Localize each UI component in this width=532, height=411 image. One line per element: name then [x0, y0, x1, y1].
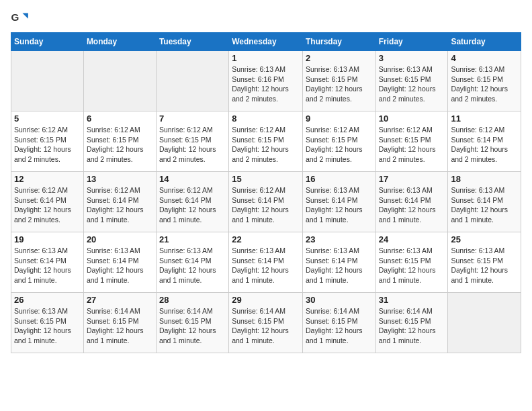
- day-info: Sunrise: 6:12 AM Sunset: 6:14 PM Dayligh…: [451, 125, 518, 165]
- day-info: Sunrise: 6:13 AM Sunset: 6:15 PM Dayligh…: [451, 246, 518, 285]
- calendar-week-row: 26Sunrise: 6:13 AM Sunset: 6:15 PM Dayli…: [11, 293, 521, 353]
- day-info: Sunrise: 6:12 AM Sunset: 6:15 PM Dayligh…: [232, 125, 300, 165]
- day-info: Sunrise: 6:13 AM Sunset: 6:14 PM Dayligh…: [159, 246, 226, 285]
- day-number: 4: [451, 53, 518, 63]
- calendar-cell: 27Sunrise: 6:14 AM Sunset: 6:15 PM Dayli…: [83, 293, 156, 353]
- day-number: 30: [306, 295, 373, 305]
- day-number: 9: [306, 113, 373, 124]
- calendar-cell: 10Sunrise: 6:12 AM Sunset: 6:15 PM Dayli…: [375, 111, 448, 172]
- day-number: 19: [14, 234, 81, 244]
- day-info: Sunrise: 6:13 AM Sunset: 6:14 PM Dayligh…: [379, 185, 445, 225]
- day-of-week-header: Friday: [375, 33, 448, 51]
- calendar-cell: [83, 51, 156, 111]
- calendar-cell: [11, 51, 84, 111]
- calendar-week-row: 1Sunrise: 6:13 AM Sunset: 6:16 PM Daylig…: [11, 51, 521, 111]
- day-info: Sunrise: 6:13 AM Sunset: 6:14 PM Dayligh…: [451, 185, 518, 225]
- svg-text:G: G: [11, 11, 19, 23]
- calendar-cell: 23Sunrise: 6:13 AM Sunset: 6:14 PM Dayli…: [302, 232, 375, 293]
- calendar-week-row: 12Sunrise: 6:12 AM Sunset: 6:14 PM Dayli…: [11, 172, 521, 232]
- day-info: Sunrise: 6:12 AM Sunset: 6:15 PM Dayligh…: [159, 125, 226, 165]
- day-number: 29: [232, 295, 300, 305]
- day-of-week-header: Sunday: [11, 33, 84, 51]
- day-of-week-header: Saturday: [448, 33, 521, 51]
- day-info: Sunrise: 6:14 AM Sunset: 6:15 PM Dayligh…: [159, 306, 226, 346]
- day-number: 3: [379, 53, 445, 63]
- calendar-cell: 20Sunrise: 6:13 AM Sunset: 6:14 PM Dayli…: [83, 232, 156, 293]
- calendar-cell: 6Sunrise: 6:12 AM Sunset: 6:15 PM Daylig…: [83, 111, 156, 172]
- calendar-cell: 22Sunrise: 6:13 AM Sunset: 6:14 PM Dayli…: [229, 232, 303, 293]
- calendar-cell: 8Sunrise: 6:12 AM Sunset: 6:15 PM Daylig…: [229, 111, 303, 172]
- day-number: 1: [232, 53, 300, 63]
- calendar-cell: [448, 293, 521, 353]
- day-info: Sunrise: 6:14 AM Sunset: 6:15 PM Dayligh…: [306, 306, 373, 346]
- calendar-cell: 4Sunrise: 6:13 AM Sunset: 6:15 PM Daylig…: [448, 51, 521, 111]
- day-number: 12: [14, 174, 81, 184]
- day-info: Sunrise: 6:13 AM Sunset: 6:15 PM Dayligh…: [379, 64, 445, 104]
- calendar-cell: 13Sunrise: 6:12 AM Sunset: 6:14 PM Dayli…: [83, 172, 156, 232]
- day-number: 13: [87, 174, 153, 184]
- calendar-cell: 26Sunrise: 6:13 AM Sunset: 6:15 PM Dayli…: [11, 293, 84, 353]
- day-number: 5: [14, 113, 81, 124]
- day-info: Sunrise: 6:12 AM Sunset: 6:14 PM Dayligh…: [14, 185, 81, 225]
- calendar-cell: 2Sunrise: 6:13 AM Sunset: 6:15 PM Daylig…: [302, 51, 375, 111]
- calendar-cell: 3Sunrise: 6:13 AM Sunset: 6:15 PM Daylig…: [375, 51, 448, 111]
- calendar-cell: 9Sunrise: 6:12 AM Sunset: 6:15 PM Daylig…: [302, 111, 375, 172]
- calendar-table: SundayMondayTuesdayWednesdayThursdayFrid…: [11, 32, 521, 353]
- calendar-cell: 28Sunrise: 6:14 AM Sunset: 6:15 PM Dayli…: [156, 293, 228, 353]
- day-info: Sunrise: 6:14 AM Sunset: 6:15 PM Dayligh…: [232, 306, 300, 346]
- day-number: 11: [451, 113, 518, 124]
- calendar-cell: 18Sunrise: 6:13 AM Sunset: 6:14 PM Dayli…: [448, 172, 521, 232]
- day-info: Sunrise: 6:13 AM Sunset: 6:15 PM Dayligh…: [451, 64, 518, 104]
- day-info: Sunrise: 6:13 AM Sunset: 6:14 PM Dayligh…: [306, 185, 373, 225]
- day-of-week-header: Monday: [83, 33, 156, 51]
- day-info: Sunrise: 6:14 AM Sunset: 6:15 PM Dayligh…: [87, 306, 153, 346]
- calendar-cell: 7Sunrise: 6:12 AM Sunset: 6:15 PM Daylig…: [156, 111, 228, 172]
- day-info: Sunrise: 6:12 AM Sunset: 6:15 PM Dayligh…: [14, 125, 81, 165]
- day-number: 21: [159, 234, 226, 244]
- day-info: Sunrise: 6:14 AM Sunset: 6:15 PM Dayligh…: [379, 306, 445, 346]
- day-info: Sunrise: 6:12 AM Sunset: 6:14 PM Dayligh…: [232, 185, 300, 225]
- calendar-cell: 15Sunrise: 6:12 AM Sunset: 6:14 PM Dayli…: [229, 172, 303, 232]
- calendar-body: 1Sunrise: 6:13 AM Sunset: 6:16 PM Daylig…: [11, 51, 521, 353]
- day-info: Sunrise: 6:12 AM Sunset: 6:15 PM Dayligh…: [306, 125, 373, 165]
- calendar-cell: 21Sunrise: 6:13 AM Sunset: 6:14 PM Dayli…: [156, 232, 228, 293]
- calendar-cell: 31Sunrise: 6:14 AM Sunset: 6:15 PM Dayli…: [375, 293, 448, 353]
- day-number: 6: [87, 113, 153, 124]
- day-number: 22: [232, 234, 300, 244]
- day-info: Sunrise: 6:13 AM Sunset: 6:15 PM Dayligh…: [379, 246, 445, 285]
- day-number: 8: [232, 113, 300, 124]
- page-header: G: [11, 11, 521, 26]
- calendar-cell: 25Sunrise: 6:13 AM Sunset: 6:15 PM Dayli…: [448, 232, 521, 293]
- day-number: 20: [87, 234, 153, 244]
- day-info: Sunrise: 6:12 AM Sunset: 6:15 PM Dayligh…: [87, 125, 153, 165]
- calendar-week-row: 5Sunrise: 6:12 AM Sunset: 6:15 PM Daylig…: [11, 111, 521, 172]
- calendar-cell: [156, 51, 228, 111]
- day-number: 24: [379, 234, 445, 244]
- calendar-cell: 1Sunrise: 6:13 AM Sunset: 6:16 PM Daylig…: [229, 51, 303, 111]
- day-info: Sunrise: 6:13 AM Sunset: 6:14 PM Dayligh…: [306, 246, 373, 285]
- calendar-cell: 11Sunrise: 6:12 AM Sunset: 6:14 PM Dayli…: [448, 111, 521, 172]
- day-number: 14: [159, 174, 226, 184]
- logo: G: [11, 11, 32, 26]
- day-info: Sunrise: 6:13 AM Sunset: 6:14 PM Dayligh…: [232, 246, 300, 285]
- day-number: 26: [14, 295, 81, 305]
- day-of-week-header: Thursday: [302, 33, 375, 51]
- calendar-cell: 5Sunrise: 6:12 AM Sunset: 6:15 PM Daylig…: [11, 111, 84, 172]
- day-of-week-header: Wednesday: [229, 33, 303, 51]
- day-of-week-header: Tuesday: [156, 33, 228, 51]
- svg-marker-1: [22, 13, 28, 18]
- calendar-week-row: 19Sunrise: 6:13 AM Sunset: 6:14 PM Dayli…: [11, 232, 521, 293]
- day-number: 15: [232, 174, 300, 184]
- calendar-cell: 12Sunrise: 6:12 AM Sunset: 6:14 PM Dayli…: [11, 172, 84, 232]
- calendar-cell: 14Sunrise: 6:12 AM Sunset: 6:14 PM Dayli…: [156, 172, 228, 232]
- day-number: 16: [306, 174, 373, 184]
- calendar-cell: 24Sunrise: 6:13 AM Sunset: 6:15 PM Dayli…: [375, 232, 448, 293]
- day-number: 31: [379, 295, 445, 305]
- day-info: Sunrise: 6:13 AM Sunset: 6:15 PM Dayligh…: [306, 64, 373, 104]
- day-info: Sunrise: 6:12 AM Sunset: 6:15 PM Dayligh…: [379, 125, 445, 165]
- day-number: 27: [87, 295, 153, 305]
- day-number: 25: [451, 234, 518, 244]
- day-number: 23: [306, 234, 373, 244]
- calendar-cell: 17Sunrise: 6:13 AM Sunset: 6:14 PM Dayli…: [375, 172, 448, 232]
- day-number: 17: [379, 174, 445, 184]
